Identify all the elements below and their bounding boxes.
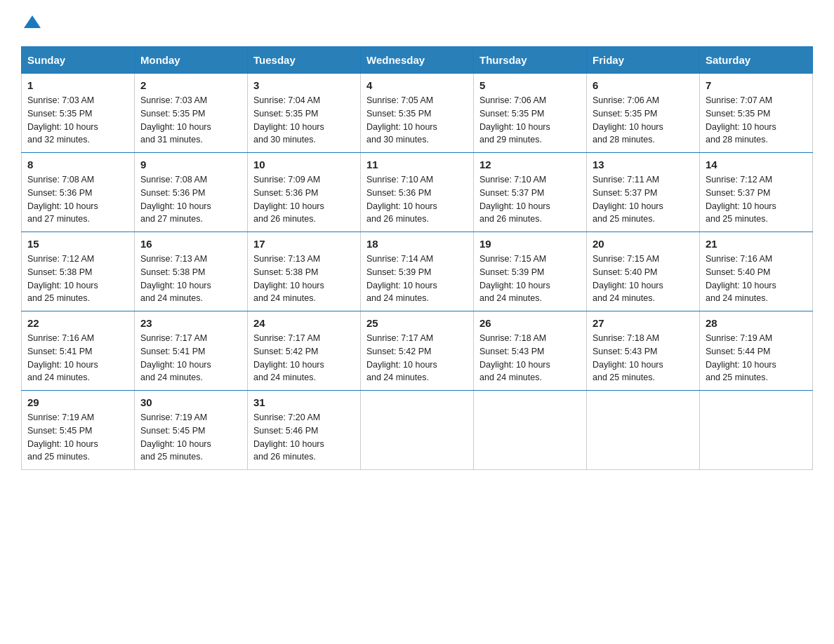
calendar-table: SundayMondayTuesdayWednesdayThursdayFrid… [21, 46, 813, 470]
day-number: 11 [366, 159, 468, 170]
day-info: Sunrise: 7:10 AMSunset: 5:37 PMDaylight:… [479, 175, 550, 224]
day-info: Sunrise: 7:15 AMSunset: 5:39 PMDaylight:… [479, 254, 550, 303]
day-info: Sunrise: 7:03 AMSunset: 5:35 PMDaylight:… [140, 95, 211, 145]
day-number: 7 [706, 79, 807, 91]
day-number: 2 [140, 79, 241, 91]
calendar-header-sunday: Sunday [22, 47, 135, 74]
day-info: Sunrise: 7:10 AMSunset: 5:36 PMDaylight:… [366, 175, 437, 224]
day-number: 13 [593, 159, 694, 170]
day-info: Sunrise: 7:19 AMSunset: 5:45 PMDaylight:… [27, 412, 98, 462]
day-number: 14 [706, 159, 807, 170]
day-info: Sunrise: 7:19 AMSunset: 5:44 PMDaylight:… [706, 333, 776, 382]
calendar-cell: 10 Sunrise: 7:09 AMSunset: 5:36 PMDaylig… [248, 153, 361, 232]
day-number: 30 [140, 396, 241, 408]
day-number: 25 [366, 317, 468, 329]
day-number: 8 [27, 159, 128, 170]
calendar-header-tuesday: Tuesday [248, 47, 361, 74]
calendar-week-row: 15 Sunrise: 7:12 AMSunset: 5:38 PMDaylig… [22, 232, 813, 311]
day-info: Sunrise: 7:17 AMSunset: 5:42 PMDaylight:… [253, 333, 324, 382]
calendar-header-thursday: Thursday [474, 47, 587, 74]
day-number: 21 [706, 238, 807, 250]
day-info: Sunrise: 7:18 AMSunset: 5:43 PMDaylight:… [593, 333, 663, 382]
calendar-week-row: 1 Sunrise: 7:03 AMSunset: 5:35 PMDayligh… [22, 74, 813, 153]
calendar-week-row: 29 Sunrise: 7:19 AMSunset: 5:45 PMDaylig… [22, 391, 813, 470]
calendar-header-friday: Friday [587, 47, 700, 74]
calendar-cell: 19 Sunrise: 7:15 AMSunset: 5:39 PMDaylig… [474, 232, 587, 311]
day-info: Sunrise: 7:04 AMSunset: 5:35 PMDaylight:… [253, 95, 324, 145]
calendar-week-row: 8 Sunrise: 7:08 AMSunset: 5:36 PMDayligh… [22, 153, 813, 232]
day-number: 10 [253, 159, 355, 170]
day-info: Sunrise: 7:03 AMSunset: 5:35 PMDaylight:… [27, 95, 98, 145]
day-number: 20 [593, 238, 694, 250]
calendar-week-row: 22 Sunrise: 7:16 AMSunset: 5:41 PMDaylig… [22, 311, 813, 391]
calendar-cell [700, 391, 813, 470]
day-info: Sunrise: 7:17 AMSunset: 5:41 PMDaylight:… [140, 333, 211, 382]
calendar-cell [361, 391, 474, 470]
day-info: Sunrise: 7:14 AMSunset: 5:39 PMDaylight:… [366, 254, 437, 303]
day-info: Sunrise: 7:13 AMSunset: 5:38 PMDaylight:… [140, 254, 211, 303]
calendar-cell: 15 Sunrise: 7:12 AMSunset: 5:38 PMDaylig… [22, 232, 135, 311]
day-number: 12 [479, 159, 581, 170]
day-info: Sunrise: 7:09 AMSunset: 5:36 PMDaylight:… [253, 175, 324, 224]
day-info: Sunrise: 7:20 AMSunset: 5:46 PMDaylight:… [253, 412, 324, 462]
calendar-cell: 21 Sunrise: 7:16 AMSunset: 5:40 PMDaylig… [700, 232, 813, 311]
calendar-cell: 9 Sunrise: 7:08 AMSunset: 5:36 PMDayligh… [135, 153, 248, 232]
calendar-cell: 29 Sunrise: 7:19 AMSunset: 5:45 PMDaylig… [22, 391, 135, 470]
calendar-cell: 12 Sunrise: 7:10 AMSunset: 5:37 PMDaylig… [474, 153, 587, 232]
day-info: Sunrise: 7:17 AMSunset: 5:42 PMDaylight:… [366, 333, 437, 382]
day-number: 3 [253, 79, 355, 91]
calendar-cell: 4 Sunrise: 7:05 AMSunset: 5:35 PMDayligh… [361, 74, 474, 153]
day-number: 31 [253, 396, 355, 408]
calendar-cell: 14 Sunrise: 7:12 AMSunset: 5:37 PMDaylig… [700, 153, 813, 232]
day-info: Sunrise: 7:05 AMSunset: 5:35 PMDaylight:… [366, 95, 437, 145]
calendar-cell: 22 Sunrise: 7:16 AMSunset: 5:41 PMDaylig… [22, 311, 135, 391]
day-info: Sunrise: 7:08 AMSunset: 5:36 PMDaylight:… [140, 175, 211, 224]
day-number: 28 [706, 317, 807, 329]
day-number: 6 [593, 79, 694, 91]
day-number: 26 [479, 317, 581, 329]
day-number: 16 [140, 238, 241, 250]
calendar-cell: 23 Sunrise: 7:17 AMSunset: 5:41 PMDaylig… [135, 311, 248, 391]
calendar-cell: 27 Sunrise: 7:18 AMSunset: 5:43 PMDaylig… [587, 311, 700, 391]
day-number: 1 [27, 79, 128, 91]
calendar-header-saturday: Saturday [700, 47, 813, 74]
day-info: Sunrise: 7:06 AMSunset: 5:35 PMDaylight:… [479, 95, 550, 145]
day-info: Sunrise: 7:19 AMSunset: 5:45 PMDaylight:… [140, 412, 211, 462]
calendar-cell: 17 Sunrise: 7:13 AMSunset: 5:38 PMDaylig… [248, 232, 361, 311]
day-info: Sunrise: 7:15 AMSunset: 5:40 PMDaylight:… [593, 254, 663, 303]
day-info: Sunrise: 7:06 AMSunset: 5:35 PMDaylight:… [593, 95, 663, 145]
calendar-cell: 8 Sunrise: 7:08 AMSunset: 5:36 PMDayligh… [22, 153, 135, 232]
calendar-cell: 5 Sunrise: 7:06 AMSunset: 5:35 PMDayligh… [474, 74, 587, 153]
day-info: Sunrise: 7:12 AMSunset: 5:38 PMDaylight:… [27, 254, 98, 303]
day-number: 17 [253, 238, 355, 250]
day-number: 4 [366, 79, 468, 91]
calendar-cell: 18 Sunrise: 7:14 AMSunset: 5:39 PMDaylig… [361, 232, 474, 311]
calendar-cell: 26 Sunrise: 7:18 AMSunset: 5:43 PMDaylig… [474, 311, 587, 391]
day-info: Sunrise: 7:16 AMSunset: 5:41 PMDaylight:… [27, 333, 98, 382]
day-number: 5 [479, 79, 581, 91]
day-number: 24 [253, 317, 355, 329]
day-info: Sunrise: 7:11 AMSunset: 5:37 PMDaylight:… [593, 175, 663, 224]
day-info: Sunrise: 7:12 AMSunset: 5:37 PMDaylight:… [706, 175, 776, 224]
day-info: Sunrise: 7:07 AMSunset: 5:35 PMDaylight:… [706, 95, 776, 145]
calendar-cell: 16 Sunrise: 7:13 AMSunset: 5:38 PMDaylig… [135, 232, 248, 311]
day-number: 15 [27, 238, 128, 250]
calendar-cell: 3 Sunrise: 7:04 AMSunset: 5:35 PMDayligh… [248, 74, 361, 153]
day-number: 23 [140, 317, 241, 329]
day-info: Sunrise: 7:08 AMSunset: 5:36 PMDaylight:… [27, 175, 98, 224]
calendar-cell: 28 Sunrise: 7:19 AMSunset: 5:44 PMDaylig… [700, 311, 813, 391]
calendar-cell: 7 Sunrise: 7:07 AMSunset: 5:35 PMDayligh… [700, 74, 813, 153]
calendar-header-monday: Monday [135, 47, 248, 74]
day-number: 27 [593, 317, 694, 329]
day-info: Sunrise: 7:18 AMSunset: 5:43 PMDaylight:… [479, 333, 550, 382]
day-number: 29 [27, 396, 128, 408]
calendar-cell: 24 Sunrise: 7:17 AMSunset: 5:42 PMDaylig… [248, 311, 361, 391]
calendar-cell: 31 Sunrise: 7:20 AMSunset: 5:46 PMDaylig… [248, 391, 361, 470]
page-header [21, 14, 813, 34]
day-number: 9 [140, 159, 241, 170]
calendar-cell: 11 Sunrise: 7:10 AMSunset: 5:36 PMDaylig… [361, 153, 474, 232]
calendar-cell: 25 Sunrise: 7:17 AMSunset: 5:42 PMDaylig… [361, 311, 474, 391]
calendar-cell: 6 Sunrise: 7:06 AMSunset: 5:35 PMDayligh… [587, 74, 700, 153]
calendar-cell [474, 391, 587, 470]
calendar-header-row: SundayMondayTuesdayWednesdayThursdayFrid… [22, 47, 813, 74]
